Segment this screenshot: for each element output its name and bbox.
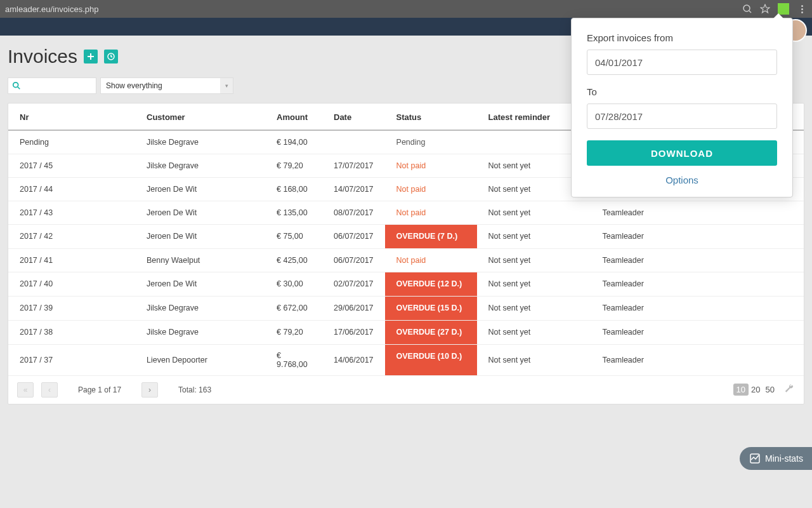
cell-nr: 2017 / 44 — [8, 177, 135, 201]
add-invoice-button[interactable] — [84, 50, 98, 64]
page-title: Invoices — [8, 46, 77, 67]
cell-reminder: Not sent yet — [477, 344, 591, 375]
cell-date — [322, 130, 385, 154]
svg-point-0 — [743, 5, 750, 11]
cell-status: Not paid — [385, 248, 477, 272]
pager-first-button[interactable]: « — [17, 382, 34, 398]
cell-reminder: Not sent yet — [477, 320, 591, 344]
cell-amount: € 79,20 — [265, 320, 322, 344]
cell-amount: € 79,20 — [265, 154, 322, 177]
cell-company: Teamleader — [591, 272, 804, 296]
table-row[interactable]: 2017 / 39Jilske Degrave€ 672,0029/06/201… — [8, 296, 804, 320]
cell-reminder: Not sent yet — [477, 272, 591, 296]
cell-company: Teamleader — [591, 344, 804, 375]
cell-nr: 2017 / 37 — [8, 344, 135, 375]
cell-status: OVERDUE (10 D.) — [385, 344, 477, 375]
cell-customer: Jeroen De Wit — [135, 224, 265, 248]
table-row[interactable]: 2017 / 38Jilske Degrave€ 79,2017/06/2017… — [8, 320, 804, 344]
export-to-label: To — [587, 86, 777, 97]
menu-icon[interactable] — [797, 4, 807, 14]
star-icon[interactable] — [760, 4, 770, 14]
search-icon — [12, 81, 21, 92]
cell-status: Not paid — [385, 154, 477, 177]
cell-customer: Benny Waelput — [135, 248, 265, 272]
cell-status: OVERDUE (12 D.) — [385, 272, 477, 296]
cell-reminder: Not sent yet — [477, 201, 591, 224]
cell-status: Not paid — [385, 177, 477, 201]
browser-chrome: amleader.eu/invoices.php — [0, 0, 812, 18]
cell-amount: € 135,00 — [265, 201, 322, 224]
zoom-icon[interactable] — [742, 4, 752, 14]
export-to-input[interactable] — [587, 104, 777, 129]
cell-reminder: Not sent yet — [477, 224, 591, 248]
cell-customer: Jilske Degrave — [135, 130, 265, 154]
pager-total-label: Total: 163 — [178, 385, 211, 394]
cell-nr: 2017 / 43 — [8, 201, 135, 224]
cell-amount: € 9.768,00 — [265, 344, 322, 375]
pager-next-button[interactable]: › — [141, 382, 158, 398]
url-bar[interactable]: amleader.eu/invoices.php — [5, 4, 742, 14]
cell-status: OVERDUE (7 D.) — [385, 224, 477, 248]
cell-date: 14/06/2017 — [322, 344, 385, 375]
cell-date: 06/07/2017 — [322, 248, 385, 272]
cell-customer: Jeroen De Wit — [135, 177, 265, 201]
chevron-down-icon: ▾ — [220, 78, 233, 93]
options-link[interactable]: Options — [587, 175, 777, 185]
cell-nr: 2017 / 40 — [8, 272, 135, 296]
svg-point-6 — [13, 83, 18, 88]
cell-amount: € 672,00 — [265, 296, 322, 320]
svg-rect-4 — [88, 56, 94, 57]
export-from-input[interactable] — [587, 50, 777, 75]
th-date[interactable]: Date — [322, 104, 385, 130]
table-row[interactable]: 2017 / 43Jeroen De Wit€ 135,0008/07/2017… — [8, 201, 804, 224]
cell-customer: Jeroen De Wit — [135, 201, 265, 224]
th-customer[interactable]: Customer — [135, 104, 265, 130]
th-nr[interactable]: Nr — [8, 104, 135, 130]
cell-status: OVERDUE (27 D.) — [385, 320, 477, 344]
settings-icon[interactable] — [783, 383, 795, 397]
page-size-10[interactable]: 10 — [733, 384, 749, 396]
cell-nr: 2017 / 41 — [8, 248, 135, 272]
cell-date: 29/06/2017 — [322, 296, 385, 320]
mini-stats-button[interactable]: Mini-stats — [740, 447, 812, 470]
svg-line-7 — [18, 87, 20, 90]
pager-page-label: Page 1 of 17 — [78, 385, 121, 394]
download-button[interactable]: DOWNLOAD — [587, 140, 777, 166]
cell-reminder: Not sent yet — [477, 296, 591, 320]
pager-prev-button[interactable]: ‹ — [41, 382, 58, 398]
cell-nr: 2017 / 39 — [8, 296, 135, 320]
cell-amount: € 30,00 — [265, 272, 322, 296]
page-size-20[interactable]: 20 — [749, 384, 763, 396]
export-from-label: Export invoices from — [587, 32, 777, 43]
page-size-50[interactable]: 50 — [763, 384, 777, 396]
mini-stats-label: Mini-stats — [765, 453, 803, 464]
table-row[interactable]: 2017 / 42Jeroen De Wit€ 75,0006/07/2017O… — [8, 224, 804, 248]
cell-date: 08/07/2017 — [322, 201, 385, 224]
cell-company: Teamleader — [591, 248, 804, 272]
recurring-button[interactable] — [104, 50, 118, 64]
table-row[interactable]: 2017 / 37Lieven Depoorter€ 9.768,0014/06… — [8, 344, 804, 375]
cell-company: Teamleader — [591, 224, 804, 248]
cell-nr: Pending — [8, 130, 135, 154]
cell-date: 17/07/2017 — [322, 154, 385, 177]
th-status[interactable]: Status — [385, 104, 477, 130]
cell-amount: € 168,00 — [265, 177, 322, 201]
cell-amount: € 194,00 — [265, 130, 322, 154]
cell-status: Not paid — [385, 201, 477, 224]
table-row[interactable]: 2017 / 41Benny Waelput€ 425,0006/07/2017… — [8, 248, 804, 272]
table-row[interactable]: 2017 / 40Jeroen De Wit€ 30,0002/07/2017O… — [8, 272, 804, 296]
filter-select-label: Show everything — [106, 81, 162, 90]
th-amount[interactable]: Amount — [265, 104, 322, 130]
filter-select[interactable]: Show everything ▾ — [100, 77, 233, 94]
cell-company: Teamleader — [591, 320, 804, 344]
cell-status: OVERDUE (15 D.) — [385, 296, 477, 320]
cell-customer: Jilske Degrave — [135, 154, 265, 177]
cell-nr: 2017 / 38 — [8, 320, 135, 344]
svg-line-1 — [749, 11, 751, 13]
cell-date: 14/07/2017 — [322, 177, 385, 201]
svg-marker-2 — [761, 4, 769, 13]
cell-reminder: Not sent yet — [477, 248, 591, 272]
cell-date: 17/06/2017 — [322, 320, 385, 344]
cell-nr: 2017 / 45 — [8, 154, 135, 177]
search-input[interactable] — [8, 77, 96, 94]
